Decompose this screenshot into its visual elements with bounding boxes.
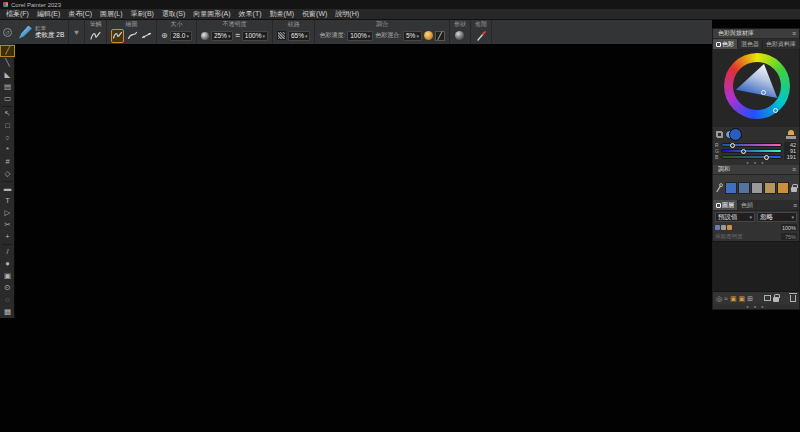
preserve-transparency-value[interactable]: 75% (781, 233, 797, 240)
favorite-brush-button[interactable]: ♥ (69, 20, 85, 44)
tool-clone[interactable]: ▣ (0, 270, 15, 282)
menu-item[interactable]: 效果(T) (235, 9, 266, 20)
slider-handle[interactable] (741, 149, 746, 154)
tool-brush[interactable]: ╱ (0, 45, 15, 57)
tool-dropper[interactable]: ● (0, 258, 15, 270)
drawer-handle-dots[interactable]: ● ● ● (713, 304, 799, 309)
add-point-icon: + (5, 233, 9, 241)
tool-magnifier[interactable]: ⊙ (0, 282, 15, 294)
slider-handle[interactable] (730, 143, 735, 148)
new-layer-button[interactable] (764, 295, 771, 301)
calibrate-strokes-button[interactable] (140, 29, 152, 43)
menu-item[interactable]: 動畫(M) (266, 9, 299, 20)
menu-item[interactable]: 說明(H) (331, 9, 363, 20)
stroke-preview-button[interactable] (89, 29, 102, 43)
sv-marker[interactable] (761, 90, 766, 95)
layer-attr-icon[interactable] (727, 225, 732, 230)
opacity-field[interactable]: 25% ▾ (211, 31, 234, 41)
menu-item[interactable]: 向量圖形(A) (189, 9, 234, 20)
group-layers-icon[interactable]: ⊞ (747, 295, 753, 302)
shape-group: 形狀 (450, 20, 471, 44)
tab-色彩[interactable]: 色彩 (713, 39, 738, 49)
tool-magic-wand[interactable]: * (0, 144, 15, 156)
clone-color-icon[interactable] (786, 130, 796, 139)
expression-field[interactable]: 100% ▾ (242, 31, 268, 41)
tool-crop[interactable]: # (0, 156, 15, 168)
menu-item[interactable]: 筆刷(B) (127, 9, 158, 20)
enhanced-color-icon[interactable] (424, 31, 433, 40)
new-liquid-ink-layer-icon[interactable]: ▣ (739, 295, 746, 302)
harmony-swatch[interactable] (764, 182, 776, 194)
menu-item[interactable]: 編輯(E) (33, 9, 64, 20)
tab-色頻[interactable]: 色頻 (738, 200, 757, 210)
menu-item[interactable]: 圖層(L) (96, 9, 127, 20)
swap-colors-icon[interactable] (716, 131, 723, 138)
menu-item[interactable]: 視窗(W) (298, 9, 331, 20)
composite-depth-dropdown[interactable]: 忽略 ▾ (757, 212, 797, 222)
harmonies-panel-header[interactable]: 調和 ≡ (713, 165, 799, 175)
menu-item[interactable]: 選取(S) (158, 9, 189, 20)
tab-色彩資料庫[interactable]: 色彩資料庫 (763, 39, 800, 49)
tool-lasso[interactable]: ○ (0, 132, 15, 144)
panel-options-icon[interactable]: ≡ (793, 202, 797, 209)
freehand-strokes-button[interactable] (111, 29, 124, 43)
layer-list[interactable] (713, 241, 799, 292)
harmony-tools-icon[interactable] (715, 183, 723, 193)
tool-shape-selection[interactable]: ▷ (0, 207, 15, 219)
hue-marker[interactable] (773, 108, 778, 113)
straight-line-strokes-button[interactable] (126, 29, 138, 43)
harmony-swatch[interactable] (777, 182, 789, 194)
panel-options-icon[interactable]: ≡ (792, 166, 796, 173)
size-field[interactable]: 28.0 ▾ (170, 31, 192, 41)
slider-track-g[interactable] (721, 149, 782, 153)
reset-tool-button[interactable]: ↺ (0, 20, 15, 44)
slider-track-b[interactable] (721, 155, 782, 159)
layer-commands-icon[interactable]: ≈ (724, 295, 728, 302)
resat-field[interactable]: 100% ▾ (347, 31, 373, 41)
menu-item[interactable]: 檔案(F) (2, 9, 33, 20)
tool-eyedropper[interactable]: / (0, 246, 15, 258)
tool-eraser[interactable]: ▭ (0, 93, 15, 105)
layer-opacity-value[interactable]: 100% (781, 224, 797, 231)
slider-handle[interactable] (764, 155, 769, 160)
tool-pen[interactable]: ╲ (0, 57, 15, 69)
composite-method-dropdown[interactable]: 預設值 ▾ (715, 212, 755, 222)
new-watercolor-layer-icon[interactable]: ▣ (730, 295, 737, 302)
brush-selector[interactable]: 鉛筆 柔軟度 2B (15, 20, 69, 44)
slider-track-r[interactable] (721, 143, 782, 147)
tool-rotate-page[interactable]: ◌ (0, 294, 15, 306)
layer-attr-icon[interactable] (721, 225, 726, 230)
advanced-brush-controls-button[interactable] (475, 29, 487, 43)
stylus-settings-icon[interactable]: ╱ (435, 31, 445, 41)
lock-layer-button[interactable] (773, 297, 779, 302)
delete-layer-button[interactable] (790, 295, 796, 302)
color-panel-group-header[interactable]: 色彩與媒材庫 ≡ (713, 29, 799, 39)
tool-navigator[interactable]: ▦ (0, 306, 15, 318)
tool-transform[interactable]: ◇ (0, 168, 15, 180)
menu-item[interactable]: 畫布(C) (64, 9, 96, 20)
grain-field[interactable]: 65% ▾ (288, 31, 311, 41)
tool-rect-select[interactable]: □ (0, 120, 15, 132)
canvas-area[interactable] (15, 44, 800, 432)
tool-add-point[interactable]: + (0, 231, 15, 243)
panel-options-icon[interactable]: ≡ (792, 30, 796, 37)
tool-layer-adjuster[interactable]: ↖ (0, 108, 15, 120)
bleed-field[interactable]: 5% ▾ (403, 31, 422, 41)
harmony-swatch[interactable] (751, 182, 763, 194)
tool-gradient[interactable]: ▤ (0, 81, 15, 93)
tool-scissors[interactable]: ✂ (0, 219, 15, 231)
harmony-swatch[interactable] (738, 182, 750, 194)
grain-texture-icon[interactable] (277, 31, 286, 40)
dynamic-plugins-icon[interactable]: ◎ (716, 295, 722, 302)
tool-text[interactable]: T (0, 195, 15, 207)
tool-paint-bucket[interactable]: ◣ (0, 69, 15, 81)
tab-圖層[interactable]: 圖層 (713, 200, 738, 210)
tool-shape-rect[interactable]: ▬ (0, 183, 15, 195)
layer-attr-icon[interactable] (715, 225, 720, 230)
dab-shape-icon[interactable] (455, 31, 464, 40)
harmony-swatch[interactable] (725, 182, 737, 194)
expression-icon[interactable]: ≈ (235, 31, 239, 40)
tab-混色器[interactable]: 混色器 (738, 39, 763, 49)
main-color-swatch[interactable] (729, 128, 742, 141)
harmony-lock-controls[interactable] (791, 184, 797, 192)
